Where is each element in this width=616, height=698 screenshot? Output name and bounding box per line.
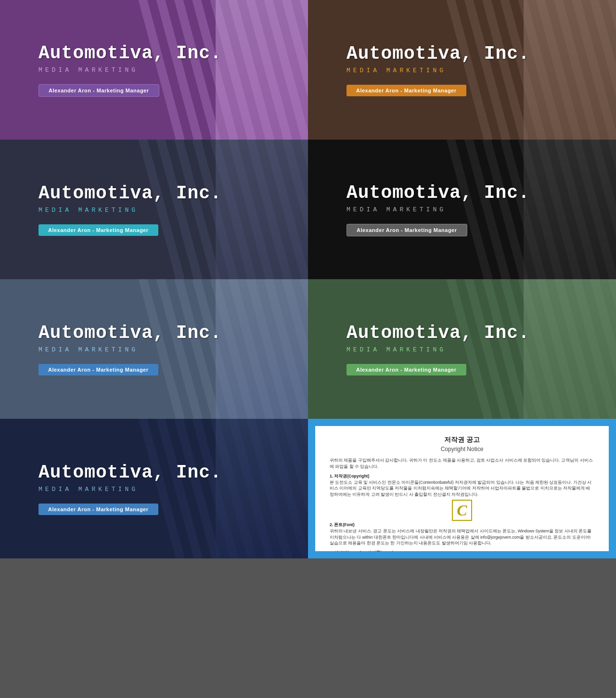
- card-brown: Automotiva, Inc. MEDIA MARKETING Alexand…: [308, 0, 616, 140]
- copyright-inner: 저작권 공고 Copyright Notice 귀하의 제품을 구입해주셔서 감…: [315, 426, 609, 551]
- card-purple: Automotiva, Inc. MEDIA MARKETING Alexand…: [0, 0, 308, 140]
- card-green-title: Automotiva, Inc.: [346, 323, 530, 343]
- card-brown-badge: Alexander Aron - Marketing Manager: [346, 85, 466, 96]
- card-darkblue-badge: Alexander Aron - Marketing Manager: [38, 224, 158, 236]
- card-purple-subtitle: MEDIA MARKETING: [38, 66, 222, 74]
- card-purple-title: Automotiva, Inc.: [38, 43, 222, 64]
- copyright-section2-body: 귀하의 내보낸 서비스. 경고 폰도는 서비스에 내장될만은 저작권의 채택업에…: [330, 528, 594, 546]
- card-purple-content: Automotiva, Inc. MEDIA MARKETING Alexand…: [38, 43, 222, 97]
- card-black: Automotiva, Inc. MEDIA MARKETING Alexand…: [308, 140, 616, 279]
- card-brown-title: Automotiva, Inc.: [346, 43, 530, 64]
- card-navy-subtitle: MEDIA MARKETING: [38, 486, 222, 493]
- card-darkblue: Automotiva, Inc. MEDIA MARKETING Alexand…: [0, 140, 308, 279]
- card-black-subtitle: MEDIA MARKETING: [346, 206, 530, 213]
- card-slate: Automotiva, Inc. MEDIA MARKETING Alexand…: [0, 279, 308, 419]
- copyright-title-en: Copyright Notice: [330, 446, 594, 452]
- card-green-badge: Alexander Aron - Marketing Manager: [346, 364, 466, 375]
- card-slate-badge: Alexander Aron - Marketing Manager: [38, 364, 158, 375]
- card-green-content: Automotiva, Inc. MEDIA MARKETING Alexand…: [346, 323, 530, 375]
- card-slate-content: Automotiva, Inc. MEDIA MARKETING Alexand…: [38, 323, 222, 375]
- card-navy-title: Automotiva, Inc.: [38, 462, 222, 483]
- card-green-subtitle: MEDIA MARKETING: [346, 346, 530, 353]
- card-navy: Automotiva, Inc. MEDIA MARKETING Alexand…: [0, 419, 308, 558]
- card-green: Automotiva, Inc. MEDIA MARKETING Alexand…: [308, 279, 616, 419]
- card-purple-badge: Alexander Aron - Marketing Manager: [38, 84, 159, 97]
- card-black-badge: Alexander Aron - Marketing Manager: [346, 224, 467, 236]
- card-darkblue-subtitle: MEDIA MARKETING: [38, 207, 222, 214]
- card-navy-content: Automotiva, Inc. MEDIA MARKETING Alexand…: [38, 462, 222, 515]
- card-brown-content: Automotiva, Inc. MEDIA MARKETING Alexand…: [346, 43, 530, 96]
- card-slate-subtitle: MEDIA MARKETING: [38, 346, 222, 353]
- copyright-section2-title: 2. 폰트(Font): [330, 522, 594, 528]
- card-navy-badge: Alexander Aron - Marketing Manager: [38, 504, 158, 515]
- copyright-section3-title: 3. 이미지(Image) & 아이콘(Icons): [330, 550, 594, 551]
- copyright-logo: C: [330, 502, 594, 519]
- card-slate-title: Automotiva, Inc.: [38, 323, 222, 343]
- card-darkblue-title: Automotiva, Inc.: [38, 183, 222, 204]
- card-brown-subtitle: MEDIA MARKETING: [346, 67, 530, 74]
- copyright-section1-body: 본 도전도소 교육 및 서비스인 전문소 아이콘들(Contentionbate…: [330, 479, 594, 498]
- copyright-intro: 귀하의 제품을 구입해주셔서 감사합니다. 귀하가 이 전도소 제품을 사용하고…: [330, 457, 594, 470]
- copyright-title-ko: 저작권 공고: [330, 436, 594, 444]
- copyright-section1-title: 1. 저작권(Copyright): [330, 474, 594, 479]
- copyright-card: 저작권 공고 Copyright Notice 귀하의 제품을 구입해주셔서 감…: [308, 419, 616, 558]
- card-darkblue-content: Automotiva, Inc. MEDIA MARKETING Alexand…: [38, 183, 222, 236]
- card-black-title: Automotiva, Inc.: [346, 182, 530, 203]
- card-black-content: Automotiva, Inc. MEDIA MARKETING Alexand…: [346, 182, 530, 236]
